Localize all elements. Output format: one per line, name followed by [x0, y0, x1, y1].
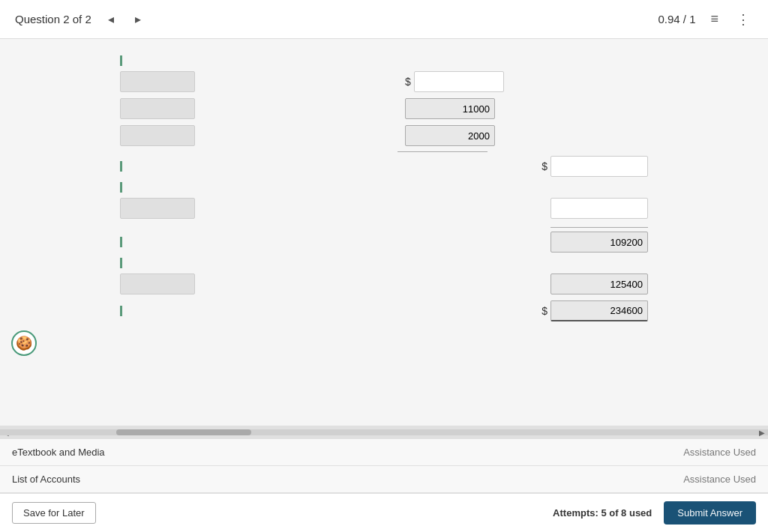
- next-button[interactable]: ▸: [130, 9, 146, 29]
- input-7[interactable]: [550, 198, 648, 219]
- vline-6: [120, 182, 122, 193]
- label-box-3: [120, 98, 195, 119]
- row-8: [120, 231, 648, 253]
- label-box-4: [120, 125, 195, 146]
- row-11: $: [120, 300, 648, 322]
- etextbook-row: eTextbook and Media Assistance Used: [0, 439, 768, 466]
- action-bar: Save for Later Attempts: 5 of 8 used Sub…: [0, 493, 768, 532]
- separator-line-1: [398, 151, 488, 152]
- submit-answer-button[interactable]: Submit Answer: [664, 501, 756, 525]
- main-content: $: [0, 39, 768, 532]
- label-box-2: [120, 71, 195, 92]
- question-area[interactable]: $: [0, 39, 768, 426]
- bottom-section: eTextbook and Media Assistance Used List…: [0, 439, 768, 532]
- dollar-sign-11: $: [542, 305, 548, 317]
- input-8[interactable]: [550, 232, 648, 253]
- dollar-sign-5: $: [542, 160, 548, 172]
- menu-icon-button[interactable]: ⋮: [734, 8, 753, 31]
- cookie-icon-inner: 🍪: [11, 330, 37, 356]
- vline-8: [120, 237, 122, 247]
- row-4: [120, 124, 648, 147]
- list-icon-button[interactable]: ≡: [707, 8, 722, 30]
- vline-9: [120, 258, 122, 268]
- scroll-track: [0, 429, 768, 435]
- input-10[interactable]: [550, 273, 648, 294]
- etextbook-label: eTextbook and Media: [12, 447, 105, 458]
- scroll-thumb[interactable]: [116, 429, 251, 435]
- label-box-7: [120, 198, 195, 219]
- etextbook-assistance: Assistance Used: [683, 447, 756, 458]
- label-box-10: [120, 273, 195, 294]
- question-label: Question 2 of 2: [15, 13, 92, 25]
- question-inner: $: [0, 39, 768, 342]
- row-2: $: [120, 70, 648, 93]
- input-5[interactable]: [550, 156, 648, 177]
- save-for-later-button[interactable]: Save for Later: [12, 502, 96, 524]
- top-bar-right: 0.94 / 1 ≡ ⋮: [658, 8, 753, 31]
- vline-1: [120, 55, 122, 66]
- row-7: [120, 197, 648, 220]
- row-7-wrapper: [120, 197, 648, 231]
- vline-11: [120, 306, 122, 316]
- row-5: $: [120, 155, 648, 178]
- vline-5: [120, 161, 122, 172]
- separator-line-2: [550, 227, 648, 228]
- accounts-assistance: Assistance Used: [683, 474, 756, 485]
- accounts-row: List of Accounts Assistance Used: [0, 466, 768, 493]
- attempts-label: Attempts: 5 of 8 used: [553, 507, 652, 519]
- row-3: [120, 97, 648, 120]
- prev-button[interactable]: ◂: [104, 9, 118, 29]
- score-label: 0.94 / 1: [658, 13, 695, 25]
- top-bar: Question 2 of 2 ◂ ▸ 0.94 / 1 ≡ ⋮: [0, 0, 768, 39]
- top-bar-left: Question 2 of 2 ◂ ▸: [15, 9, 146, 29]
- input-11[interactable]: [550, 300, 648, 321]
- dollar-sign-2: $: [405, 76, 411, 88]
- row-4-wrapper: [120, 124, 648, 152]
- input-2[interactable]: [414, 71, 504, 92]
- scroll-right-arrow[interactable]: ▶: [759, 429, 765, 437]
- row-10: [120, 273, 648, 295]
- input-4[interactable]: [405, 125, 495, 146]
- accounts-label: List of Accounts: [12, 474, 80, 485]
- cookie-icon[interactable]: 🍪: [10, 330, 38, 357]
- scroll-bar: ◀ ▶: [0, 426, 768, 439]
- input-3[interactable]: [405, 98, 495, 119]
